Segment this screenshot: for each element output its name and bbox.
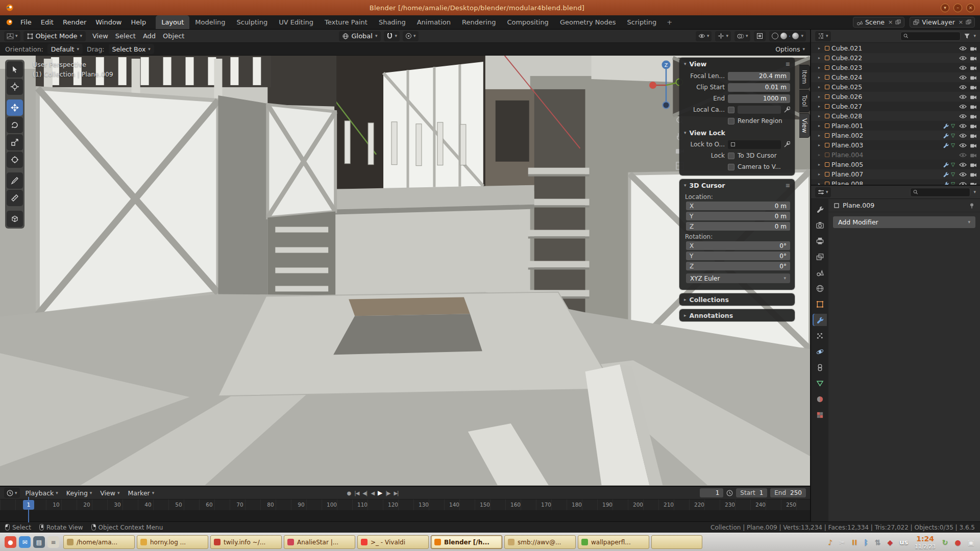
outliner-search-input[interactable]: [911, 33, 958, 40]
taskbar-empty-slot[interactable]: [651, 535, 702, 549]
launcher-mail-icon[interactable]: ✉: [19, 536, 31, 548]
tray-icon[interactable]: ♪: [828, 538, 832, 546]
tray-icon[interactable]: ●: [955, 538, 961, 546]
wireframe-shading-button[interactable]: [772, 33, 778, 39]
object-name[interactable]: Cube.028: [831, 112, 957, 120]
object-name[interactable]: Cube.024: [831, 73, 957, 81]
object-name[interactable]: Plane.004: [831, 151, 957, 159]
expand-arrow-icon[interactable]: ▸: [818, 133, 823, 138]
mode-dropdown[interactable]: Object Mode ▾: [23, 31, 86, 41]
outliner-row[interactable]: ▸ Plane.007 ▽: [811, 169, 980, 179]
preview-range-clock-icon[interactable]: [726, 490, 733, 496]
new-scene-icon[interactable]: [895, 19, 901, 25]
hide-eye-icon[interactable]: [959, 143, 967, 148]
hide-eye-icon[interactable]: [959, 56, 967, 61]
number-field[interactable]: 1000 m: [728, 94, 790, 103]
scene-selector[interactable]: Scene ×: [853, 17, 904, 28]
rendered-shading-button[interactable]: [792, 33, 799, 39]
expand-arrow-icon[interactable]: ▸: [818, 75, 823, 80]
new-viewlayer-icon[interactable]: [966, 19, 971, 25]
add-workspace-button[interactable]: +: [662, 15, 677, 29]
axis-number-field[interactable]: Z0°: [686, 262, 790, 270]
outliner-search-box[interactable]: [900, 32, 961, 41]
object-name[interactable]: Plane.001: [831, 122, 941, 130]
frame-end-field[interactable]: End250: [770, 488, 806, 497]
modifiers-tab[interactable]: [813, 314, 827, 326]
outliner-row[interactable]: ▸ Plane.002 ▽: [811, 131, 980, 140]
select-box-tool[interactable]: [7, 61, 23, 78]
object-name[interactable]: Cube.026: [831, 93, 957, 101]
timeline-track-area[interactable]: [0, 510, 810, 521]
object-tab[interactable]: [813, 298, 827, 310]
render-camera-icon[interactable]: [970, 172, 977, 177]
texture-tab[interactable]: [813, 409, 827, 421]
workspace-tab[interactable]: Scripting: [622, 15, 663, 29]
taskbar-window-button[interactable]: horny.log ...: [137, 535, 208, 549]
outliner-row[interactable]: ▸ Cube.027 ▽: [811, 102, 980, 111]
outliner-row[interactable]: ▸ Plane.005 ▽: [811, 160, 980, 169]
outliner-editor-selector[interactable]: ▾: [815, 31, 831, 41]
cursor-tool[interactable]: [7, 79, 23, 95]
expand-arrow-icon[interactable]: ▸: [818, 85, 823, 89]
keyboard-layout-indicator[interactable]: us: [899, 538, 908, 546]
workspace-tab[interactable]: Shading: [373, 15, 411, 29]
viewlayer-tab[interactable]: [813, 251, 827, 263]
output-tab[interactable]: [813, 235, 827, 247]
material-tab[interactable]: [813, 393, 827, 405]
render-camera-icon[interactable]: [970, 182, 977, 185]
sidebar-tab[interactable]: View: [799, 113, 810, 138]
render-camera-icon[interactable]: [970, 114, 977, 119]
transport-button[interactable]: ▶|: [394, 490, 398, 496]
object-name[interactable]: Cube.021: [831, 44, 957, 52]
menu-item[interactable]: Window: [91, 15, 126, 29]
tray-icon[interactable]: ▣: [968, 538, 974, 546]
camera-to-view-checkbox[interactable]: [728, 164, 734, 170]
transport-button[interactable]: ◀|: [362, 490, 367, 496]
workspace-tab[interactable]: Modeling: [189, 15, 231, 29]
render-camera-icon[interactable]: [970, 123, 977, 129]
proportional-edit-group[interactable]: ▾: [403, 31, 419, 41]
viewport-3d[interactable]: User Perspective (1) Collection | Plane.…: [0, 56, 810, 486]
expand-arrow-icon[interactable]: ▸: [818, 123, 823, 128]
timeline-editor-selector[interactable]: ▾: [4, 488, 20, 498]
timeline-menu-item[interactable]: View ▾: [96, 489, 123, 497]
blender-app-menu[interactable]: [4, 15, 16, 29]
hide-eye-icon[interactable]: [959, 104, 967, 109]
expand-arrow-icon[interactable]: ▸: [818, 182, 823, 185]
hide-eye-icon[interactable]: [959, 114, 967, 119]
rotation-mode-dropdown[interactable]: XYZ Euler ▾: [686, 273, 790, 283]
object-visibility-group[interactable]: ▾: [696, 31, 712, 41]
object-name[interactable]: Plane.008: [831, 180, 941, 185]
object-name[interactable]: Cube.027: [831, 103, 957, 110]
workspace-tab[interactable]: UV Editing: [273, 15, 319, 29]
breadcrumb-object-name[interactable]: Plane.009: [843, 202, 874, 209]
outliner-row[interactable]: ▸ Cube.028 ▽: [811, 111, 980, 121]
transport-button[interactable]: ◀: [371, 490, 374, 496]
data-tab[interactable]: [813, 377, 827, 389]
outliner-row[interactable]: ▸ Plane.003 ▽: [811, 140, 980, 150]
current-frame-field[interactable]: 1: [700, 488, 723, 497]
lock-3d-cursor-checkbox[interactable]: [728, 153, 734, 159]
menu-item[interactable]: Edit: [36, 15, 58, 29]
window-minimize-button[interactable]: –: [953, 4, 962, 12]
render-camera-icon[interactable]: [970, 133, 977, 138]
outliner-row[interactable]: ▸ Plane.008 ▽: [811, 179, 980, 185]
expand-arrow-icon[interactable]: ▸: [818, 46, 823, 51]
axis-number-field[interactable]: Y0 m: [686, 212, 790, 220]
axis-number-field[interactable]: X0 m: [686, 202, 790, 210]
workspace-tab[interactable]: Rendering: [456, 15, 501, 29]
taskbar-clock[interactable]: 1:24 11/2/23: [915, 535, 935, 549]
frame-start-field[interactable]: Start1: [736, 488, 767, 497]
local-camera-field[interactable]: [738, 106, 781, 114]
window-close-button[interactable]: ×: [966, 4, 975, 12]
menu-item[interactable]: Render: [58, 15, 91, 29]
viewport-menu-item[interactable]: Add: [139, 32, 159, 40]
taskbar-window-button[interactable]: >_ - Vivaldi: [357, 535, 429, 549]
launcher-editor-icon[interactable]: ≡: [47, 536, 59, 548]
taskbar-window-button[interactable]: Blender [/h...: [431, 535, 502, 549]
hide-eye-icon[interactable]: [959, 85, 967, 90]
solid-shading-button[interactable]: [780, 33, 787, 39]
object-name[interactable]: Cube.023: [831, 64, 957, 71]
launcher-browser-icon[interactable]: ●: [5, 536, 16, 548]
expand-arrow-icon[interactable]: ▸: [818, 143, 823, 147]
